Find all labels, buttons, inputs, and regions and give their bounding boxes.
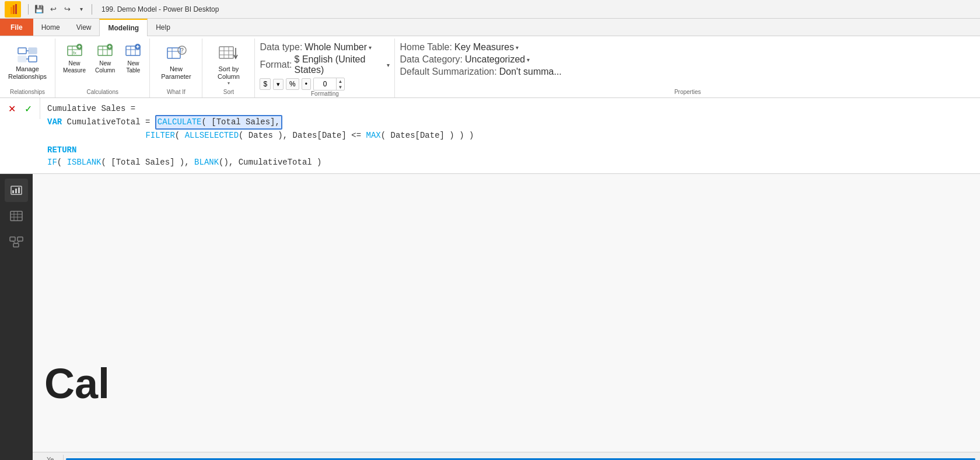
format-bar: $ ▾ % • ▲ ▼	[260, 78, 390, 90]
currency-button[interactable]: $	[260, 78, 271, 90]
menu-view[interactable]: View	[68, 19, 100, 36]
default-summarization-row: Default Summarization: Don't summa...	[400, 67, 975, 77]
canvas-area: Cal Ye	[33, 174, 980, 460]
new-parameter-icon: ?	[166, 43, 187, 64]
ribbon: Manage Relationships Relationships fx	[0, 36, 980, 98]
svg-text:fx: fx	[72, 50, 76, 55]
properties-group-label: Properties	[400, 89, 975, 97]
menu-home[interactable]: Home	[33, 19, 68, 36]
title-sep	[28, 4, 29, 15]
sort-by-column-button[interactable]: Sort by Column ▾	[214, 41, 244, 88]
svg-rect-52	[18, 237, 23, 241]
svg-rect-45	[18, 187, 20, 193]
calculations-buttons: fx New Measure	[60, 39, 145, 89]
relationships-buttons: Manage Relationships	[5, 39, 50, 89]
formula-cancel-button[interactable]: ✕	[5, 102, 19, 116]
decimal-spinners: ▲ ▼	[336, 78, 344, 90]
new-table-button[interactable]: New Table	[121, 41, 145, 76]
title-bar: 💾 ↩ ↪ ▾ 199. Demo Model - Power BI Deskt…	[0, 0, 980, 19]
sort-dropdown-arrow: ▾	[228, 81, 230, 86]
manage-relationships-icon	[17, 43, 38, 64]
thousands-button[interactable]: %	[286, 78, 299, 90]
new-table-label: New Table	[126, 60, 140, 74]
formula-line-4: RETURN	[47, 144, 973, 156]
svg-rect-43	[12, 190, 14, 193]
decimal-up[interactable]: ▲	[336, 78, 344, 84]
ribbon-group-properties: Home Table: Key Measures ▾ Data Category…	[395, 39, 980, 97]
decimal-places-wrap: ▲ ▼	[313, 78, 345, 90]
sidebar-icon-model[interactable]	[5, 230, 28, 253]
sort-by-column-label: Sort by Column	[218, 65, 240, 81]
manage-relationships-button[interactable]: Manage Relationships	[5, 41, 50, 83]
formula-line-5: IF( ISBLANK( [Total Sales] ), BLANK(), C…	[47, 156, 973, 169]
svg-rect-7	[29, 56, 37, 62]
format-dropdown[interactable]: ▾	[387, 62, 390, 68]
data-category-row: Data Category: Uncategorized ▾	[400, 54, 975, 65]
formula-line-3: FILTER( ALLSELECTED( Dates ), Dates[Date…	[47, 130, 973, 142]
default-summarization-value: Don't summa...	[499, 67, 562, 77]
home-table-value[interactable]: Key Measures ▾	[454, 42, 519, 53]
formula-editor[interactable]: Cumulative Sales = VAR CumulativeTotal =…	[40, 98, 980, 173]
new-measure-label: New Measure	[63, 60, 86, 74]
sidebar	[0, 174, 33, 460]
decimal-places-input[interactable]	[314, 79, 336, 89]
new-table-icon	[125, 43, 141, 59]
title-sep2	[92, 4, 92, 15]
quick-access-more[interactable]: ▾	[74, 2, 88, 16]
format-row: Format: $ English (United States) ▾	[260, 54, 390, 75]
formula-confirm-button[interactable]: ✓	[21, 102, 35, 116]
svg-rect-0	[8, 9, 10, 14]
relationships-group-label: Relationships	[5, 89, 50, 97]
new-column-label: New Column	[95, 60, 115, 74]
menu-modeling[interactable]: Modeling	[99, 19, 148, 36]
sidebar-icon-report[interactable]	[5, 179, 28, 202]
home-table-row: Home Table: Key Measures ▾	[400, 42, 975, 53]
new-measure-button[interactable]: fx New Measure	[60, 41, 89, 76]
svg-rect-4	[18, 48, 26, 54]
format-label: Format:	[260, 60, 292, 70]
sort-by-column-icon	[218, 43, 239, 64]
canvas-bottom-bar: Ye	[33, 452, 980, 460]
svg-rect-6	[18, 56, 26, 62]
data-type-label: Data type:	[260, 42, 302, 53]
data-category-label: Data Category:	[400, 54, 463, 65]
sort-buttons: Sort by Column ▾	[214, 39, 244, 89]
canvas-partial-label: Cal	[44, 360, 110, 407]
percent-button[interactable]: ▾	[273, 79, 284, 90]
svg-rect-2	[13, 5, 15, 14]
data-type-row: Data type: Whole Number ▾	[260, 42, 390, 53]
svg-rect-36	[219, 47, 233, 58]
bottom-tab-ye[interactable]: Ye	[37, 455, 64, 461]
svg-rect-46	[10, 211, 22, 221]
data-category-dropdown[interactable]: ▾	[527, 57, 530, 63]
ribbon-group-relationships: Manage Relationships Relationships	[0, 39, 55, 97]
main-area: Cal Ye	[0, 174, 980, 460]
home-table-label: Home Table:	[400, 42, 452, 53]
manage-relationships-label: Manage Relationships	[8, 65, 47, 81]
decimal-button[interactable]: •	[302, 78, 311, 90]
new-parameter-label: New Parameter	[161, 65, 191, 81]
redo-button[interactable]: ↪	[60, 2, 74, 16]
whatif-buttons: ? New Parameter	[158, 39, 194, 89]
new-parameter-button[interactable]: ? New Parameter	[158, 41, 194, 83]
format-value[interactable]: $ English (United States) ▾	[295, 54, 390, 75]
new-column-button[interactable]: New Column	[92, 41, 118, 76]
menu-help[interactable]: Help	[148, 19, 178, 36]
save-button[interactable]: 💾	[32, 2, 46, 16]
undo-button[interactable]: ↩	[46, 2, 60, 16]
formula-line-2: VAR CumulativeTotal = CALCULATE( [Total …	[47, 115, 973, 130]
sidebar-icon-data[interactable]	[5, 204, 28, 228]
data-type-value[interactable]: Whole Number ▾	[304, 42, 372, 53]
data-category-value[interactable]: Uncategorized ▾	[465, 54, 530, 65]
data-type-dropdown[interactable]: ▾	[369, 44, 372, 51]
home-table-dropdown[interactable]: ▾	[516, 44, 519, 51]
ribbon-group-sort: Sort by Column ▾ Sort	[202, 39, 255, 97]
svg-rect-1	[10, 7, 12, 14]
new-measure-icon: fx	[66, 43, 83, 59]
formula-line-1: Cumulative Sales =	[47, 103, 973, 115]
whatif-group-label: What If	[155, 89, 197, 97]
decimal-down[interactable]: ▼	[336, 84, 344, 90]
menu-file[interactable]: File	[0, 19, 33, 36]
sort-group-label: Sort	[207, 89, 250, 97]
svg-rect-44	[15, 189, 17, 193]
